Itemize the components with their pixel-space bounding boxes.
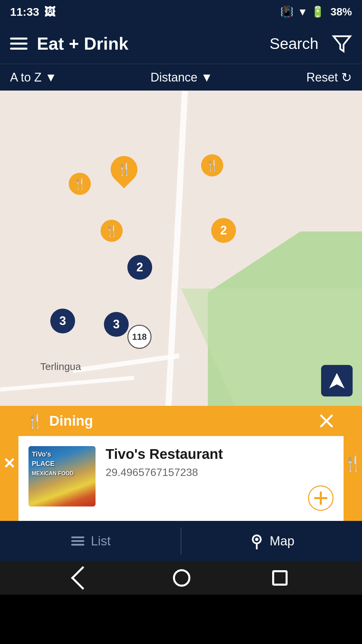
svg-marker-1 — [329, 373, 345, 388]
route-number: 118 — [132, 332, 146, 342]
dining-icon-1: 🍴 — [73, 177, 86, 190]
android-nav-bar — [0, 561, 362, 595]
close-icon — [319, 414, 334, 428]
dining-card-container: ✕ 🍴 Dining TiVo'sPLACEMEXICAN FOOD Tivo'… — [0, 406, 362, 521]
tab-map[interactable]: Map — [181, 521, 362, 561]
sort-az-button[interactable]: A to Z ▼ — [10, 70, 57, 85]
sort-bar: A to Z ▼ Distance ▼ Reset ↻ — [0, 64, 362, 91]
restaurant-info: Tivo's Restaurant 29.4965767157238 — [106, 446, 334, 511]
card-next-button[interactable]: 🍴 — [344, 406, 362, 521]
photo-icon: 🖼 — [44, 5, 56, 18]
sort-az-label: A to Z — [10, 70, 42, 85]
navigation-icon — [328, 372, 346, 390]
cluster-count-2: 2 — [136, 260, 143, 274]
wifi-icon: ▾ — [300, 5, 305, 18]
menu-button[interactable] — [10, 38, 27, 50]
cluster-orange-2[interactable]: 2 — [211, 218, 236, 243]
plus-icon — [313, 490, 328, 506]
chevron-down-icon: ▼ — [45, 70, 57, 85]
reset-label: Reset — [306, 70, 338, 85]
restaurant-marker-3[interactable]: 🍴 — [101, 220, 123, 242]
restaurant-name: Tivo's Restaurant — [106, 446, 334, 462]
reset-button[interactable]: Reset ↻ — [306, 70, 352, 85]
cluster-dark-2[interactable]: 2 — [127, 255, 152, 280]
list-tab-label: List — [91, 534, 111, 548]
dining-card: 🍴 Dining TiVo'sPLACEMEXICAN FOOD Tivo's … — [18, 406, 344, 521]
route-118-badge: 118 — [127, 325, 152, 349]
svg-marker-0 — [334, 36, 350, 51]
recents-button[interactable] — [272, 570, 288, 586]
dining-icon-3: 🍴 — [105, 224, 118, 237]
selected-restaurant-pin[interactable]: 🍴 — [111, 156, 137, 188]
restaurant-thumbnail: TiVo'sPLACEMEXICAN FOOD — [28, 446, 96, 506]
map-view[interactable]: 118 Terlingua 🍴 🍴 🍴 🍴 2 2 3 3 — [0, 91, 362, 406]
dining-card-header: 🍴 Dining — [18, 406, 344, 436]
cluster-count-orange: 2 — [220, 223, 227, 237]
cluster-dark-3-left[interactable]: 3 — [50, 309, 75, 333]
back-button[interactable] — [71, 566, 95, 590]
restaurant-marker-1[interactable]: 🍴 — [69, 173, 91, 195]
restaurant-thumb-label: TiVo'sPLACEMEXICAN FOOD — [32, 449, 73, 478]
card-dining-icon: 🍴 — [26, 413, 43, 429]
card-prev-button[interactable]: ✕ — [0, 406, 18, 521]
battery-icon: 🔋 — [311, 5, 324, 18]
cluster-count-3b: 3 — [59, 314, 66, 328]
chevron-down-icon-2: ▼ — [201, 70, 213, 85]
sort-distance-button[interactable]: Distance ▼ — [57, 70, 306, 85]
dining-card-title: Dining — [49, 413, 311, 429]
terlingua-label: Terlingua — [40, 361, 81, 372]
filter-button[interactable] — [332, 33, 352, 54]
map-tab-label: Map — [270, 534, 295, 548]
search-button[interactable]: Search — [269, 35, 318, 53]
map-pin-icon — [249, 533, 264, 549]
battery-percent: 38% — [330, 6, 352, 18]
status-time: 11:33 — [10, 5, 39, 18]
dining-close-button[interactable] — [317, 412, 336, 430]
close-left-icon: ✕ — [3, 455, 15, 472]
dining-card-body: TiVo'sPLACEMEXICAN FOOD Tivo's Restauran… — [18, 436, 344, 521]
bottom-tab-bar: List Map — [0, 521, 362, 561]
status-bar: 11:33 🖼 📳 ▾ 🔋 38% — [0, 0, 362, 23]
refresh-icon: ↻ — [341, 70, 352, 85]
header: Eat + Drink Search — [0, 23, 362, 64]
add-to-list-button[interactable] — [308, 485, 334, 511]
list-icon — [70, 533, 85, 549]
dining-icon-right: 🍴 — [344, 455, 362, 472]
page-title: Eat + Drink — [37, 34, 269, 54]
home-button[interactable] — [173, 569, 190, 587]
tab-list[interactable]: List — [0, 521, 181, 561]
vibrate-icon: 📳 — [280, 5, 294, 18]
restaurant-coordinates: 29.4965767157238 — [106, 466, 334, 479]
sort-distance-label: Distance — [150, 70, 197, 85]
navigation-fab[interactable] — [321, 365, 353, 396]
cluster-count-3a: 3 — [113, 317, 120, 331]
restaurant-marker-2[interactable]: 🍴 — [201, 154, 223, 176]
svg-point-10 — [255, 538, 258, 541]
dining-icon-2: 🍴 — [205, 159, 219, 172]
cluster-dark-3-center[interactable]: 3 — [104, 312, 129, 337]
selected-dining-icon: 🍴 — [117, 162, 132, 176]
